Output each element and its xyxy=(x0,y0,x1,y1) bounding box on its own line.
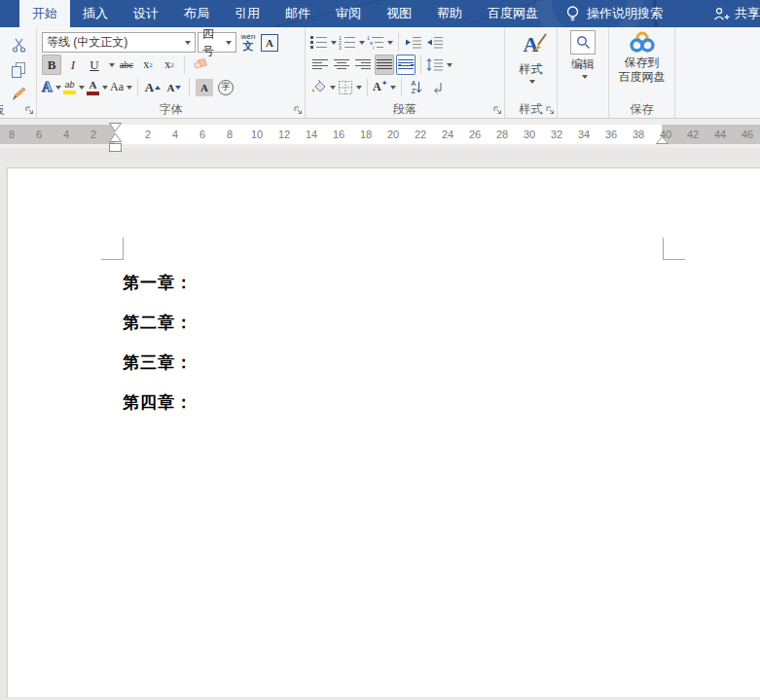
cut-button[interactable] xyxy=(9,35,28,55)
shrink-font-button[interactable]: A xyxy=(164,77,184,97)
shading-button[interactable] xyxy=(310,77,336,97)
font-color-button[interactable]: A xyxy=(87,77,108,97)
ruler-number: 34 xyxy=(578,125,590,144)
font-size-combo[interactable]: 四号 xyxy=(198,32,236,53)
align-center-button[interactable] xyxy=(332,55,351,75)
tab-设计[interactable]: 设计 xyxy=(121,0,171,27)
tab-引用[interactable]: 引用 xyxy=(222,0,272,27)
clear-formatting-button[interactable] xyxy=(190,55,209,75)
numbering-button[interactable]: 123 xyxy=(339,32,365,53)
document-page[interactable]: 第一章：第二章：第三章：第四章： xyxy=(7,167,760,697)
underline-button[interactable]: U xyxy=(85,55,104,75)
share-person-icon xyxy=(713,7,730,21)
phonetic-guide-button[interactable]: wén 文 xyxy=(238,32,258,53)
ruler-number: 14 xyxy=(306,125,317,144)
subscript-button[interactable]: x2 xyxy=(138,55,158,75)
ruler-number: 8 xyxy=(9,125,15,144)
left-indent-marker xyxy=(110,144,122,152)
chevron-down-icon xyxy=(387,41,393,45)
document-paragraph[interactable]: 第二章： xyxy=(123,313,193,333)
bullets-button[interactable] xyxy=(310,32,337,53)
page-crop-mark-left xyxy=(101,238,124,260)
ruler-number: 36 xyxy=(605,125,617,144)
styles-icon: A xyxy=(524,30,539,59)
distribute-button[interactable] xyxy=(396,55,416,75)
divider xyxy=(189,78,190,96)
divider xyxy=(398,33,399,52)
enclose-characters-button[interactable]: 字 xyxy=(216,77,235,97)
increase-indent-button[interactable] xyxy=(425,32,445,53)
group-styles: A 样式 样式 xyxy=(505,27,558,118)
ruler-number: 18 xyxy=(360,125,372,144)
shading-bucket-icon xyxy=(310,80,327,94)
font-dialog-launcher[interactable] xyxy=(294,106,303,115)
scissors-icon xyxy=(12,38,26,53)
highlight-icon: ab xyxy=(63,81,76,94)
text-effects-button[interactable]: A xyxy=(42,77,61,97)
ruler-number: 2 xyxy=(145,125,151,144)
clipboard-dialog-launcher[interactable] xyxy=(25,106,34,115)
justify-button[interactable] xyxy=(375,55,394,75)
tab-布局[interactable]: 布局 xyxy=(171,0,222,27)
right-indent-marker[interactable] xyxy=(656,136,669,144)
document-paragraph[interactable]: 第三章： xyxy=(123,353,193,373)
copy-icon xyxy=(12,62,26,78)
ruler-number: 6 xyxy=(36,125,42,144)
ruler-number: 46 xyxy=(742,125,753,144)
ruler-number: 38 xyxy=(633,125,644,144)
tab-视图[interactable]: 视图 xyxy=(374,0,424,27)
share-button[interactable]: 共享 xyxy=(713,0,760,27)
document-paragraph[interactable]: 第四章： xyxy=(123,393,193,413)
paragraph-group-label: 段落 xyxy=(306,101,504,118)
italic-button[interactable]: I xyxy=(63,55,83,75)
document-paragraph[interactable]: 第一章： xyxy=(123,274,193,293)
character-shading-icon: A xyxy=(196,79,213,96)
ribbon-tab-bar: 开始插入设计布局引用邮件审阅视图帮助百度网盘 操作说明搜索 共享 xyxy=(0,0,760,27)
tab-插入[interactable]: 插入 xyxy=(70,0,121,27)
ribbon-empty-space xyxy=(675,27,760,118)
superscript-button[interactable]: x2 xyxy=(160,55,179,75)
decrease-indent-icon xyxy=(405,35,422,50)
tab-邮件[interactable]: 邮件 xyxy=(272,0,323,27)
show-hide-marks-button[interactable] xyxy=(428,77,448,97)
change-case-button[interactable]: Aa xyxy=(110,77,132,97)
svg-text:i: i xyxy=(373,45,374,51)
asian-layout-button[interactable]: A ✦ xyxy=(373,77,396,97)
caret-down-icon xyxy=(175,86,181,90)
borders-button[interactable] xyxy=(338,77,362,97)
editing-button[interactable]: 编辑 xyxy=(558,27,608,101)
strikethrough-button[interactable]: abc xyxy=(117,55,136,75)
styles-button[interactable]: A 样式 xyxy=(505,27,557,101)
paragraph-dialog-launcher[interactable] xyxy=(493,106,502,115)
ruler-zone: 8642246810121416182022242628303234363840… xyxy=(0,119,760,148)
tab-开始[interactable]: 开始 xyxy=(19,0,70,27)
tab-百度网盘[interactable]: 百度网盘 xyxy=(475,0,551,27)
format-painter-button[interactable] xyxy=(9,84,28,104)
document-area: 第一章：第二章：第三章：第四章： xyxy=(0,167,760,700)
baidu-netdisk-icon xyxy=(628,30,657,54)
decrease-indent-button[interactable] xyxy=(404,32,423,53)
sort-button[interactable]: AZ xyxy=(407,77,426,97)
editing-group-label xyxy=(558,101,608,118)
tab-审阅[interactable]: 审阅 xyxy=(323,0,374,27)
grow-font-button[interactable]: A xyxy=(143,77,163,97)
align-left-button[interactable] xyxy=(310,55,330,75)
save-to-netdisk-button[interactable]: 保存到百度网盘 xyxy=(609,27,674,101)
tell-me-search[interactable]: 操作说明搜索 xyxy=(566,0,663,27)
character-border-button[interactable]: A xyxy=(260,32,279,53)
bold-button[interactable]: B xyxy=(42,55,61,75)
underline-options-chevron[interactable] xyxy=(109,63,115,67)
line-spacing-button[interactable] xyxy=(426,55,452,75)
styles-dialog-launcher[interactable] xyxy=(546,106,555,115)
numbered-list-icon: 123 xyxy=(339,35,356,50)
character-shading-button[interactable]: A xyxy=(195,77,214,97)
chevron-down-icon xyxy=(582,75,588,79)
font-name-combo[interactable]: 等线 (中文正文) xyxy=(42,32,196,53)
indent-markers[interactable] xyxy=(109,123,122,155)
ruler-number: 22 xyxy=(415,125,426,144)
tab-帮助[interactable]: 帮助 xyxy=(424,0,475,27)
copy-button[interactable] xyxy=(9,59,28,80)
highlight-color-button[interactable]: ab xyxy=(63,77,85,97)
align-right-button[interactable] xyxy=(353,55,373,75)
multilevel-list-button[interactable]: 1 a i xyxy=(367,32,393,53)
